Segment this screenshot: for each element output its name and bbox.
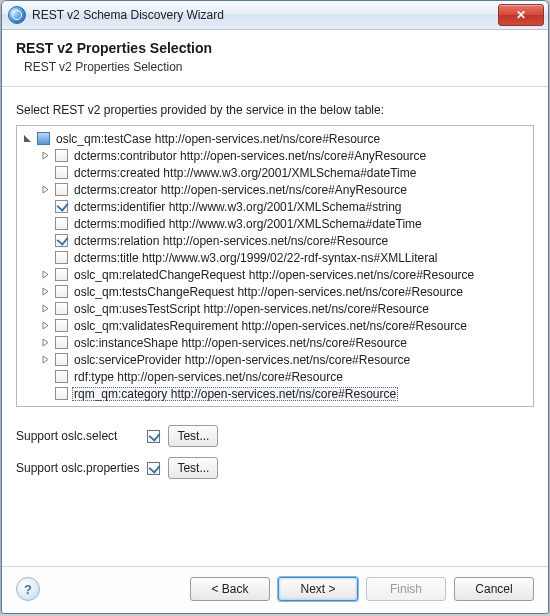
tree-row[interactable]: oslc:instanceShape http://open-services.… <box>17 334 533 351</box>
tree-checkbox[interactable] <box>55 268 68 281</box>
cancel-button[interactable]: Cancel <box>454 577 534 601</box>
next-button[interactable]: Next > <box>278 577 358 601</box>
tree-node-label[interactable]: rdf:type http://open-services.net/ns/cor… <box>72 370 345 384</box>
tree-node-label[interactable]: oslc:instanceShape http://open-services.… <box>72 336 409 350</box>
tree-node-label[interactable]: dcterms:identifier http://www.w3.org/200… <box>72 200 403 214</box>
tree-node-label[interactable]: oslc:serviceProvider http://open-service… <box>72 353 412 367</box>
tree-expander-none <box>39 167 51 179</box>
tree-checkbox[interactable] <box>55 200 68 213</box>
tree-checkbox[interactable] <box>55 166 68 179</box>
app-icon <box>8 6 26 24</box>
tree-checkbox[interactable] <box>55 319 68 332</box>
tree-row[interactable]: dcterms:modified http://www.w3.org/2001/… <box>17 215 533 232</box>
help-button[interactable]: ? <box>16 577 40 601</box>
oslc-properties-label: Support oslc.properties <box>16 461 139 475</box>
properties-tree[interactable]: oslc_qm:testCase http://open-services.ne… <box>16 125 534 407</box>
tree-node-label[interactable]: oslc_qm:usesTestScript http://open-servi… <box>72 302 431 316</box>
tree-expander-none <box>39 371 51 383</box>
tree-row[interactable]: dcterms:creator http://open-services.net… <box>17 181 533 198</box>
tree-expander-closed-icon[interactable] <box>39 184 51 196</box>
tree-checkbox[interactable] <box>55 353 68 366</box>
close-button[interactable]: ✕ <box>498 4 544 26</box>
titlebar[interactable]: REST v2 Schema Discovery Wizard ✕ <box>2 1 548 30</box>
wizard-window: REST v2 Schema Discovery Wizard ✕ REST v… <box>1 0 549 614</box>
tree-expander-closed-icon[interactable] <box>39 269 51 281</box>
tree-expander-closed-icon[interactable] <box>39 354 51 366</box>
tree-expander-none <box>39 252 51 264</box>
tree-row[interactable]: oslc_qm:relatedChangeRequest http://open… <box>17 266 533 283</box>
tree-checkbox[interactable] <box>55 370 68 383</box>
tree-checkbox[interactable] <box>55 302 68 315</box>
wizard-header: REST v2 Properties Selection REST v2 Pro… <box>2 30 548 87</box>
tree-row[interactable]: dcterms:relation http://open-services.ne… <box>17 232 533 249</box>
tree-expander-closed-icon[interactable] <box>39 286 51 298</box>
tree-expander-none <box>39 201 51 213</box>
back-button[interactable]: < Back <box>190 577 270 601</box>
tree-node-label[interactable]: dcterms:modified http://www.w3.org/2001/… <box>72 217 424 231</box>
tree-expander-open-icon[interactable] <box>21 133 33 145</box>
tree-expander-closed-icon[interactable] <box>39 337 51 349</box>
wizard-body: Select REST v2 properties provided by th… <box>2 87 548 566</box>
oslc-select-label: Support oslc.select <box>16 429 139 443</box>
oslc-select-test-button[interactable]: Test... <box>168 425 218 447</box>
wizard-footer: ? < Back Next > Finish Cancel <box>2 566 548 613</box>
oslc-properties-test-button[interactable]: Test... <box>168 457 218 479</box>
tree-expander-closed-icon[interactable] <box>39 303 51 315</box>
close-icon: ✕ <box>516 8 526 22</box>
window-title: REST v2 Schema Discovery Wizard <box>32 8 498 22</box>
tree-node-label[interactable]: rqm_qm:category http://open-services.net… <box>72 387 398 401</box>
instruction-text: Select REST v2 properties provided by th… <box>16 103 534 117</box>
tree-expander-closed-icon[interactable] <box>39 320 51 332</box>
tree-checkbox[interactable] <box>55 251 68 264</box>
tree-checkbox[interactable] <box>55 234 68 247</box>
tree-checkbox[interactable] <box>37 132 50 145</box>
tree-row[interactable]: dcterms:contributor http://open-services… <box>17 147 533 164</box>
help-icon: ? <box>24 582 32 597</box>
tree-row[interactable]: oslc_qm:testsChangeRequest http://open-s… <box>17 283 533 300</box>
tree-node-label[interactable]: dcterms:contributor http://open-services… <box>72 149 428 163</box>
tree-expander-none <box>39 235 51 247</box>
tree-checkbox[interactable] <box>55 387 68 400</box>
oslc-properties-checkbox[interactable] <box>147 462 160 475</box>
tree-row[interactable]: oslc:serviceProvider http://open-service… <box>17 351 533 368</box>
oslc-select-checkbox[interactable] <box>147 430 160 443</box>
tree-node-label[interactable]: dcterms:relation http://open-services.ne… <box>72 234 390 248</box>
tree-row[interactable]: oslc_qm:testCase http://open-services.ne… <box>17 130 533 147</box>
tree-row[interactable]: dcterms:created http://www.w3.org/2001/X… <box>17 164 533 181</box>
tree-row[interactable]: oslc_qm:usesTestScript http://open-servi… <box>17 300 533 317</box>
page-title: REST v2 Properties Selection <box>16 40 534 56</box>
tree-checkbox[interactable] <box>55 183 68 196</box>
tree-checkbox[interactable] <box>55 285 68 298</box>
tree-expander-none <box>39 218 51 230</box>
finish-button: Finish <box>366 577 446 601</box>
tree-checkbox[interactable] <box>55 217 68 230</box>
tree-row[interactable]: rdf:type http://open-services.net/ns/cor… <box>17 368 533 385</box>
tree-row[interactable]: dcterms:identifier http://www.w3.org/200… <box>17 198 533 215</box>
tree-node-label[interactable]: oslc_qm:testCase http://open-services.ne… <box>54 132 382 146</box>
options-panel: Support oslc.select Test... Support oslc… <box>16 425 534 479</box>
tree-node-label[interactable]: dcterms:creator http://open-services.net… <box>72 183 409 197</box>
tree-checkbox[interactable] <box>55 336 68 349</box>
tree-row[interactable]: dcterms:title http://www.w3.org/1999/02/… <box>17 249 533 266</box>
tree-row[interactable]: rqm_qm:category http://open-services.net… <box>17 385 533 402</box>
tree-node-label[interactable]: dcterms:created http://www.w3.org/2001/X… <box>72 166 418 180</box>
tree-node-label[interactable]: dcterms:title http://www.w3.org/1999/02/… <box>72 251 440 265</box>
tree-node-label[interactable]: oslc_qm:relatedChangeRequest http://open… <box>72 268 476 282</box>
tree-row[interactable]: oslc_qm:validatesRequirement http://open… <box>17 317 533 334</box>
tree-expander-none <box>39 388 51 400</box>
tree-expander-closed-icon[interactable] <box>39 150 51 162</box>
tree-node-label[interactable]: oslc_qm:validatesRequirement http://open… <box>72 319 469 333</box>
tree-checkbox[interactable] <box>55 149 68 162</box>
tree-node-label[interactable]: oslc_qm:testsChangeRequest http://open-s… <box>72 285 465 299</box>
page-subtitle: REST v2 Properties Selection <box>24 60 534 74</box>
